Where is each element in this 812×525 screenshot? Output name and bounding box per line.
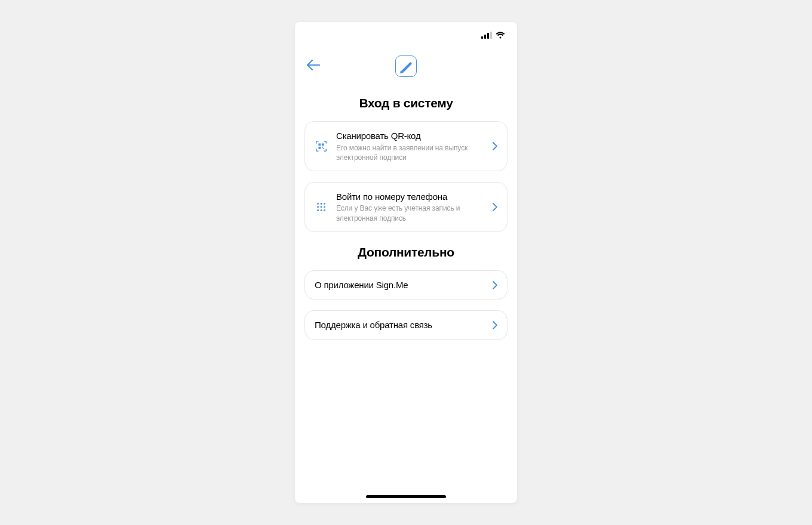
chevron-right-icon: [493, 281, 497, 289]
chevron-right-icon: [493, 203, 497, 211]
card-subtitle: Если у Вас уже есть учетная запись и эле…: [336, 203, 484, 223]
svg-rect-4: [318, 143, 321, 146]
extra-section-title: Дополнительно: [304, 245, 508, 260]
svg-rect-2: [487, 33, 489, 39]
svg-rect-5: [322, 143, 324, 146]
svg-point-12: [317, 206, 319, 208]
svg-rect-6: [318, 147, 321, 149]
card-title: О приложении Sign.Me: [315, 279, 484, 291]
svg-rect-8: [323, 148, 324, 149]
status-bar: [295, 22, 517, 48]
card-title: Войти по номеру телефона: [336, 191, 484, 203]
phone-login-option[interactable]: Войти по номеру телефона Если у Вас уже …: [304, 182, 508, 232]
card-title: Поддержка и обратная связь: [315, 319, 484, 331]
svg-point-14: [324, 206, 325, 208]
svg-point-13: [321, 206, 322, 208]
card-body: О приложении Sign.Me: [315, 279, 484, 291]
svg-point-15: [317, 209, 319, 211]
app-logo: [395, 55, 417, 77]
card-body: Поддержка и обратная связь: [315, 319, 484, 331]
card-subtitle: Его можно найти в заявлении на выпуск эл…: [336, 143, 484, 162]
wifi-icon: [496, 32, 505, 39]
header: [295, 48, 517, 84]
chevron-right-icon: [493, 321, 497, 329]
svg-rect-7: [322, 147, 323, 148]
svg-rect-1: [484, 35, 486, 39]
support-option[interactable]: Поддержка и обратная связь: [304, 310, 508, 340]
content: Вход в систему Сканировать QR-код Его мо…: [295, 96, 517, 340]
chevron-right-icon: [493, 142, 497, 150]
card-body: Войти по номеру телефона Если у Вас уже …: [336, 191, 484, 223]
phone-frame: Вход в систему Сканировать QR-код Его мо…: [295, 22, 517, 503]
home-indicator[interactable]: [366, 495, 446, 498]
svg-rect-0: [481, 36, 483, 39]
svg-point-10: [321, 203, 322, 205]
card-title: Сканировать QR-код: [336, 130, 484, 142]
svg-point-11: [324, 203, 325, 205]
cellular-icon: [481, 32, 492, 39]
svg-point-17: [324, 209, 325, 211]
back-button[interactable]: [307, 60, 320, 73]
scan-qr-option[interactable]: Сканировать QR-код Его можно найти в зая…: [304, 121, 508, 171]
svg-rect-3: [490, 32, 492, 39]
card-body: Сканировать QR-код Его можно найти в зая…: [336, 130, 484, 162]
login-section-title: Вход в систему: [304, 96, 508, 110]
qr-icon: [315, 140, 328, 153]
about-app-option[interactable]: О приложении Sign.Me: [304, 270, 508, 300]
keypad-icon: [315, 200, 328, 214]
svg-point-16: [321, 209, 322, 211]
svg-point-9: [317, 203, 319, 205]
